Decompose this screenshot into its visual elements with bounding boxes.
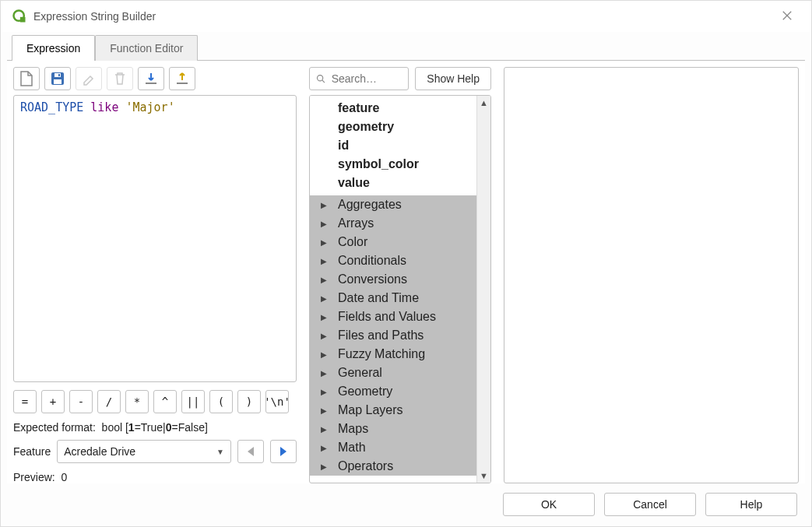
tree-category[interactable]: ▶Date and Time	[310, 289, 476, 307]
import-expression-button[interactable]	[138, 67, 164, 90]
scroll-down-icon[interactable]: ▼	[477, 469, 490, 483]
tree-category[interactable]: ▶Operators	[310, 457, 476, 476]
tree-category-label: Files and Paths	[338, 328, 424, 343]
tree-category[interactable]: ▶Geometry	[310, 382, 476, 401]
titlebar: Expression String Builder	[1, 1, 811, 32]
tree-category-label: Conversions	[338, 272, 407, 286]
tree-scrollbar[interactable]: ▲ ▼	[476, 96, 490, 483]
chevron-right-icon: ▶	[321, 425, 330, 434]
tree-category[interactable]: ▶Aggregates	[310, 195, 476, 214]
operator-button[interactable]: ||	[181, 390, 205, 413]
search-input[interactable]	[330, 72, 402, 86]
tree-category[interactable]: ▶Maps	[310, 420, 476, 438]
operator-row: =+-/*^||()'\n'	[13, 390, 297, 413]
expression-string-builder-dialog: Expression String Builder Expression Fun…	[0, 0, 812, 527]
close-icon	[782, 10, 793, 21]
operator-button[interactable]: /	[97, 390, 121, 413]
operator-button[interactable]: '\n'	[265, 390, 289, 413]
edit-expression-button	[76, 67, 102, 90]
operator-button[interactable]: ^	[153, 390, 177, 413]
function-tree[interactable]: featuregeometryidsymbol_colorvalue ▶Aggr…	[309, 95, 491, 483]
tree-category[interactable]: ▶Conditionals	[310, 251, 476, 270]
operator-button[interactable]: *	[125, 390, 149, 413]
operator-button[interactable]: (	[209, 390, 233, 413]
feature-label: Feature	[13, 445, 51, 458]
tree-category[interactable]: ▶Math	[310, 438, 476, 457]
tab-function-editor[interactable]: Function Editor	[95, 35, 198, 61]
close-button[interactable]	[774, 4, 800, 30]
export-icon	[175, 72, 189, 86]
prev-feature-button[interactable]	[237, 440, 264, 463]
cancel-button[interactable]: Cancel	[604, 493, 696, 516]
tab-expression[interactable]: Expression	[12, 35, 95, 61]
chevron-right-icon: ▶	[321, 276, 330, 284]
search-row: Show Help	[309, 67, 491, 90]
operator-button[interactable]: =	[13, 390, 37, 413]
function-tree-pane: Show Help featuregeometryidsymbol_colorv…	[303, 67, 497, 483]
chevron-right-icon: ▶	[321, 313, 330, 321]
search-box[interactable]	[309, 67, 409, 90]
tab-bar: Expression Function Editor	[7, 35, 805, 61]
tree-category[interactable]: ▶Files and Paths	[310, 326, 476, 345]
preview-label: Preview:	[13, 471, 55, 483]
svg-point-8	[317, 76, 322, 81]
chevron-right-icon: ▶	[321, 294, 330, 303]
tree-category[interactable]: ▶Fields and Values	[310, 307, 476, 326]
save-expression-button[interactable]	[44, 67, 71, 90]
tree-category-label: Map Layers	[338, 403, 403, 417]
function-tree-recent: featuregeometryidsymbol_colorvalue	[310, 96, 476, 195]
tree-leaf[interactable]: id	[310, 136, 476, 155]
feature-dropdown[interactable]: Acredale Drive ▼	[57, 440, 231, 463]
svg-line-9	[322, 80, 325, 83]
expression-editor[interactable]: ROAD_TYPE like 'Major'	[13, 95, 297, 382]
tree-category-label: Arrays	[338, 216, 374, 230]
tree-leaf[interactable]: symbol_color	[310, 155, 476, 174]
ok-button[interactable]: OK	[503, 493, 595, 516]
scroll-up-icon[interactable]: ▲	[477, 96, 490, 110]
feature-row: Feature Acredale Drive ▼	[13, 440, 297, 463]
operator-button[interactable]: -	[69, 390, 93, 413]
tree-category-label: Maps	[338, 422, 368, 436]
next-feature-button[interactable]	[270, 440, 297, 463]
function-tree-categories: ▶Aggregates▶Arrays▶Color▶Conditionals▶Co…	[310, 195, 476, 476]
chevron-right-icon: ▶	[321, 462, 330, 471]
tree-category[interactable]: ▶Fuzzy Matching	[310, 345, 476, 364]
chevron-right-icon: ▶	[321, 444, 330, 452]
tree-category[interactable]: ▶Map Layers	[310, 401, 476, 420]
operator-button[interactable]: )	[237, 390, 261, 413]
chevron-right-icon: ▶	[321, 350, 330, 359]
tab-content: ROAD_TYPE like 'Major' =+-/*^||()'\n' Ex…	[7, 61, 805, 483]
tree-category-label: Color	[338, 235, 367, 249]
export-expression-button[interactable]	[169, 67, 195, 90]
tree-category[interactable]: ▶Arrays	[310, 214, 476, 233]
tree-category[interactable]: ▶Conversions	[310, 270, 476, 289]
tree-leaf[interactable]: value	[310, 174, 476, 192]
expression-pane: ROAD_TYPE like 'Major' =+-/*^||()'\n' Ex…	[7, 67, 303, 483]
tree-leaf[interactable]: feature	[310, 99, 476, 118]
tree-category-label: Math	[338, 441, 366, 455]
triangle-right-icon	[279, 446, 288, 457]
operator-button[interactable]: +	[41, 390, 65, 413]
preview-row: Preview: 0	[13, 471, 297, 483]
expected-format-label: Expected format: bool [1=True|0=False]	[13, 421, 297, 434]
tree-leaf[interactable]: geometry	[310, 118, 476, 136]
svg-rect-5	[54, 79, 62, 84]
triangle-left-icon	[246, 446, 255, 457]
chevron-right-icon: ▶	[321, 201, 330, 209]
help-button[interactable]: Help	[705, 493, 797, 516]
dialog-footer: OK Cancel Help	[1, 490, 811, 526]
svg-rect-1	[20, 17, 26, 23]
tree-category[interactable]: ▶General	[310, 364, 476, 382]
tree-category-label: Fuzzy Matching	[338, 347, 425, 361]
file-new-icon	[19, 71, 33, 86]
chevron-right-icon: ▶	[321, 332, 330, 340]
tree-category[interactable]: ▶Color	[310, 233, 476, 251]
chevron-right-icon: ▶	[321, 406, 330, 415]
new-expression-button[interactable]	[13, 67, 40, 90]
show-help-button[interactable]: Show Help	[415, 67, 491, 90]
tree-category-label: Fields and Values	[338, 310, 436, 324]
svg-rect-7	[58, 74, 60, 76]
tree-category-label: Geometry	[338, 385, 392, 399]
chevron-down-icon: ▼	[216, 448, 224, 456]
import-icon	[144, 72, 158, 86]
